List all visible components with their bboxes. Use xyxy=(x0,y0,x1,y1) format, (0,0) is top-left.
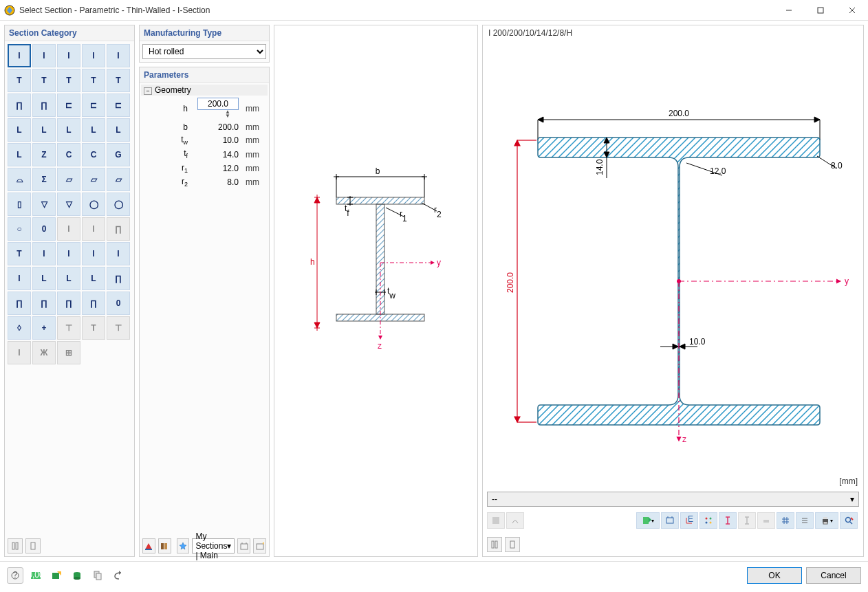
maximize-button[interactable] xyxy=(805,0,836,21)
help-button[interactable]: ? xyxy=(7,567,23,584)
favorite-button[interactable] xyxy=(177,538,190,553)
category-item-41[interactable]: T xyxy=(8,242,31,265)
category-item-13[interactable]: ⊏ xyxy=(82,94,105,117)
category-item-6[interactable]: T xyxy=(32,69,56,92)
category-item-12[interactable]: ⊏ xyxy=(57,94,80,117)
tool-list[interactable] xyxy=(796,512,814,529)
category-item-10[interactable]: ∏ xyxy=(8,94,31,117)
category-item-21[interactable]: Z xyxy=(32,143,56,166)
category-item-9[interactable]: T xyxy=(107,69,130,92)
svg-text:tf: tf xyxy=(345,204,349,218)
library-button-1[interactable] xyxy=(142,538,155,553)
category-item-15[interactable]: L xyxy=(8,118,31,142)
category-item-30[interactable]: ▯ xyxy=(8,193,31,216)
category-item-4[interactable]: I xyxy=(107,44,130,67)
manufacturing-type-select[interactable]: Hot rolled xyxy=(142,44,266,59)
category-item-23[interactable]: C xyxy=(82,143,105,166)
tool-section[interactable] xyxy=(719,512,737,529)
category-item-54[interactable]: ∏ xyxy=(82,292,105,315)
ok-button[interactable]: OK xyxy=(747,567,802,584)
category-item-32[interactable]: ▽ xyxy=(57,193,80,216)
section-category-header: Section Category xyxy=(5,25,134,41)
close-button[interactable] xyxy=(836,0,868,21)
category-item-22[interactable]: C xyxy=(57,143,80,166)
tool-axes[interactable]: E xyxy=(680,512,698,529)
category-item-45[interactable]: I xyxy=(107,242,130,265)
category-item-57[interactable]: + xyxy=(32,316,56,340)
category-item-55[interactable]: 0 xyxy=(107,292,130,315)
svg-rect-73 xyxy=(823,522,827,524)
category-aux-button-1[interactable] xyxy=(8,538,23,553)
category-item-1[interactable]: I xyxy=(32,44,56,67)
undo-button[interactable] xyxy=(110,567,127,584)
tool-stress-1 xyxy=(487,512,505,529)
geometry-group-row[interactable]: −Geometry xyxy=(141,85,268,96)
svg-text:r1: r1 xyxy=(400,209,407,223)
category-item-38: I xyxy=(82,217,105,241)
category-item-53[interactable]: ∏ xyxy=(57,292,80,315)
param-input-h[interactable] xyxy=(197,98,239,110)
category-item-33[interactable]: ◯ xyxy=(82,193,105,216)
category-item-14[interactable]: ⊏ xyxy=(107,94,130,117)
category-item-11[interactable]: ∏ xyxy=(32,94,56,117)
category-item-20[interactable]: L xyxy=(8,143,31,166)
category-item-16[interactable]: L xyxy=(32,118,56,142)
svg-marker-90 xyxy=(119,571,121,575)
category-item-56[interactable]: ◊ xyxy=(8,316,31,340)
library-button-2[interactable] xyxy=(158,538,171,553)
category-item-51[interactable]: ∏ xyxy=(8,292,31,315)
manufacturing-type-panel: Manufacturing Type Hot rolled xyxy=(139,25,270,63)
category-item-46[interactable]: I xyxy=(8,267,31,290)
category-item-42[interactable]: I xyxy=(32,242,56,265)
param-row-tf: tf14.0mm xyxy=(141,148,268,160)
preview-aux-2[interactable] xyxy=(505,537,520,552)
category-item-17[interactable]: L xyxy=(57,118,80,142)
copy-button[interactable] xyxy=(89,567,106,584)
category-item-28[interactable]: ▱ xyxy=(82,168,105,191)
category-aux-button-2[interactable] xyxy=(25,538,41,553)
tool-fit[interactable] xyxy=(661,512,679,529)
category-item-52[interactable]: ∏ xyxy=(32,292,56,315)
category-item-3[interactable]: I xyxy=(82,44,105,67)
preview-aux-1[interactable] xyxy=(487,537,502,552)
sections-aux-button-2[interactable] xyxy=(253,538,266,553)
category-item-5[interactable]: T xyxy=(8,69,31,92)
category-item-29[interactable]: ▱ xyxy=(107,168,130,191)
units-button[interactable]: 0,00 xyxy=(28,567,44,584)
category-item-8[interactable]: T xyxy=(82,69,105,92)
category-item-44[interactable]: I xyxy=(82,242,105,265)
tool-search[interactable] xyxy=(840,512,858,529)
db-button-1[interactable] xyxy=(48,567,65,584)
category-item-24[interactable]: G xyxy=(107,143,130,166)
category-item-34[interactable]: ◯ xyxy=(107,193,130,216)
category-item-50[interactable]: ∏ xyxy=(107,267,130,290)
tool-grid[interactable] xyxy=(777,512,794,529)
tool-print[interactable]: ▾ xyxy=(815,512,838,529)
category-item-0[interactable]: I xyxy=(8,44,31,67)
category-item-26[interactable]: Σ xyxy=(32,168,56,191)
category-item-47[interactable]: L xyxy=(32,267,56,290)
db-button-2[interactable] xyxy=(69,567,85,584)
category-item-7[interactable]: T xyxy=(57,69,80,92)
category-item-19[interactable]: L xyxy=(107,118,130,142)
sections-aux-button-1[interactable] xyxy=(237,538,250,553)
my-sections-combo[interactable]: My Sections | Main▾ xyxy=(192,538,235,553)
category-item-43[interactable]: I xyxy=(57,242,80,265)
tool-view-mode[interactable]: ▾ xyxy=(636,512,660,529)
category-item-49[interactable]: L xyxy=(82,267,105,290)
category-item-25[interactable]: ⌓ xyxy=(8,168,31,191)
cancel-button[interactable]: Cancel xyxy=(806,567,861,584)
category-item-2[interactable]: I xyxy=(57,44,80,67)
preview-combo[interactable]: --▾ xyxy=(487,492,859,507)
category-item-27[interactable]: ▱ xyxy=(57,168,80,191)
category-item-36[interactable]: 0 xyxy=(32,217,56,241)
tool-points[interactable] xyxy=(699,512,717,529)
minimize-button[interactable] xyxy=(773,0,805,21)
category-item-35[interactable]: ○ xyxy=(8,217,31,241)
category-item-48[interactable]: L xyxy=(57,267,80,290)
svg-text:b: b xyxy=(376,166,380,176)
collapse-icon[interactable]: − xyxy=(144,87,152,95)
category-item-18[interactable]: L xyxy=(82,118,105,142)
svg-text:8.0: 8.0 xyxy=(831,161,843,171)
category-item-31[interactable]: ▽ xyxy=(32,193,56,216)
